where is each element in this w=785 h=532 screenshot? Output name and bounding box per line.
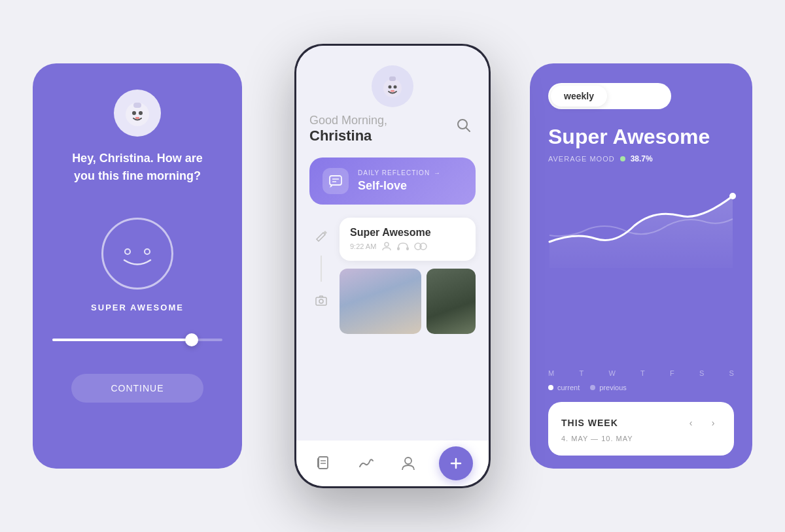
svg-point-18 (319, 299, 323, 303)
weekly-toggle: weekly monthly (548, 83, 671, 109)
svg-point-7 (383, 79, 402, 97)
continue-button[interactable]: CONTINUE (71, 374, 203, 403)
svg-rect-1 (133, 103, 141, 108)
slider-container (52, 339, 222, 341)
legend-label-previous: previous (599, 384, 627, 391)
bottom-nav (296, 441, 489, 486)
legend-previous: previous (590, 384, 627, 391)
phone-greeting-block: Good Morning, Christina (309, 114, 387, 144)
search-icon[interactable] (452, 114, 476, 137)
add-fab-button[interactable] (439, 446, 473, 480)
legend-dot-previous (590, 385, 595, 390)
photos-row (340, 269, 476, 334)
greeting-text: Hey, Christina. How are you this fine mo… (72, 150, 203, 185)
weekly-button[interactable]: weekly (551, 86, 607, 107)
daily-label: DAILY REFLECTION → (358, 169, 462, 176)
phone-shell: Good Morning, Christina (294, 44, 491, 488)
phone-greeting: Good Morning, (309, 114, 387, 127)
phone-top-area (296, 46, 489, 107)
svg-point-3 (139, 111, 143, 115)
svg-rect-20 (397, 247, 400, 250)
svg-point-29 (405, 457, 411, 464)
chart-nav-icon[interactable] (355, 452, 378, 475)
slider-fill (52, 339, 188, 341)
slider-thumb[interactable] (185, 333, 198, 346)
activity-section: Super Awesome 9:22 AM (309, 218, 476, 441)
this-week-card: THIS WEEK ‹ › 4. MAY — 10. MAY (548, 402, 734, 456)
mood-label: SUPER AWESOME (91, 303, 184, 312)
photo-leaves (427, 269, 476, 334)
headphone-icon (397, 242, 409, 251)
svg-point-19 (385, 242, 389, 246)
mood-card-sub: 9:22 AM (350, 241, 465, 252)
phone-avatar (372, 65, 413, 107)
right-panel: weekly monthly Super Awesome AVERAGE MOO… (530, 63, 752, 469)
mood-card[interactable]: Super Awesome 9:22 AM (340, 218, 476, 261)
legend-dot-current (548, 385, 553, 390)
slider-track[interactable] (52, 339, 222, 341)
phone-inner: Good Morning, Christina (296, 46, 489, 486)
avg-mood-value: 38.7% (631, 154, 653, 163)
edit-icon[interactable] (309, 224, 333, 248)
week-dates: 4. MAY — 10. MAY (561, 435, 721, 442)
photo-icon[interactable] (309, 290, 333, 313)
journal-nav-icon[interactable] (312, 452, 336, 475)
next-week-button[interactable]: › (705, 415, 721, 431)
svg-point-10 (394, 86, 397, 89)
center-phone: Good Morning, Christina (294, 44, 491, 488)
week-nav: ‹ › (683, 415, 721, 431)
prev-week-button[interactable]: ‹ (683, 415, 699, 431)
chart-days: M T W T F S S (548, 369, 734, 377)
photo-flowers (340, 269, 421, 334)
svg-line-13 (466, 127, 470, 131)
legend-current: current (548, 384, 580, 391)
monthly-button[interactable]: monthly (607, 86, 669, 107)
svg-point-5 (125, 249, 130, 254)
phone-header: Good Morning, Christina (309, 114, 476, 144)
binoculars-icon (414, 242, 427, 251)
activity-cards: Super Awesome 9:22 AM (340, 218, 476, 441)
svg-rect-21 (406, 247, 409, 250)
svg-point-9 (389, 86, 392, 89)
svg-point-32 (729, 193, 736, 199)
phone-content: Good Morning, Christina (296, 114, 489, 441)
mood-chart (548, 176, 734, 363)
svg-rect-17 (316, 297, 326, 305)
svg-point-6 (145, 249, 150, 254)
avg-mood-label: AVERAGE MOOD (548, 155, 615, 163)
mood-title: Super Awesome (548, 125, 734, 149)
avatar-small (114, 90, 161, 137)
this-week-title: THIS WEEK (561, 418, 618, 428)
person-icon (381, 241, 392, 252)
avg-mood-row: AVERAGE MOOD 38.7% (548, 154, 734, 163)
svg-rect-11 (391, 90, 394, 92)
phone-name: Christina (309, 127, 387, 144)
daily-title: Self-love (358, 179, 462, 193)
profile-nav-icon[interactable] (396, 452, 420, 475)
trend-dot (620, 156, 625, 161)
timeline-line-1 (321, 256, 322, 282)
svg-rect-8 (389, 76, 396, 81)
svg-point-2 (132, 111, 136, 115)
scene: Hey, Christina. How are you this fine mo… (33, 31, 752, 501)
daily-text-group: DAILY REFLECTION → Self-love (358, 169, 462, 193)
activity-left (309, 218, 333, 441)
reflection-icon (323, 168, 349, 194)
this-week-header: THIS WEEK ‹ › (561, 415, 721, 431)
left-panel: Hey, Christina. How are you this fine mo… (33, 63, 242, 469)
mood-card-title: Super Awesome (350, 227, 465, 239)
legend-label-current: current (557, 384, 580, 391)
svg-rect-4 (135, 117, 139, 119)
svg-rect-25 (319, 457, 328, 469)
daily-reflection-card[interactable]: DAILY REFLECTION → Self-love (309, 158, 476, 205)
svg-rect-14 (330, 176, 341, 185)
svg-rect-28 (317, 458, 319, 467)
mood-circle (101, 218, 173, 290)
chart-legend: current previous (548, 384, 734, 391)
